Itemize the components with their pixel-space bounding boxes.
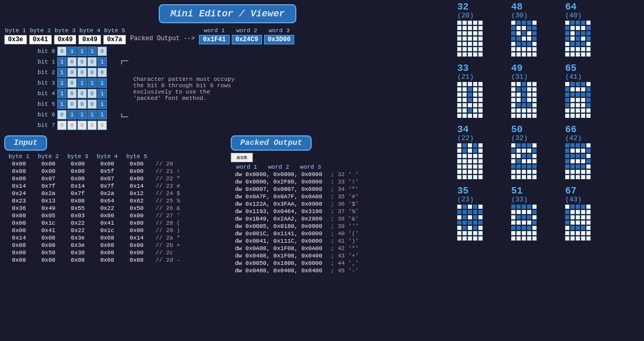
pixel-cell xyxy=(516,205,521,209)
table-cell: 0x00 xyxy=(93,249,122,256)
bit-cell[interactable]: 1 xyxy=(67,47,77,56)
pixel-cell xyxy=(570,164,575,169)
bit-cell[interactable]: 0 xyxy=(97,47,107,56)
pixel-cell xyxy=(468,220,472,225)
bit-row-label: bit 4 xyxy=(36,90,55,97)
pixel-cell xyxy=(532,21,537,25)
bit-cell[interactable]: 1 xyxy=(57,89,67,98)
table-cell: 0x08 xyxy=(63,197,93,205)
table-cell: // 21 ! xyxy=(151,168,184,175)
pixel-cell xyxy=(457,31,461,35)
bit-cell[interactable]: 1 xyxy=(97,78,107,88)
pixel-cell xyxy=(522,210,526,214)
bit-cell[interactable]: 0 xyxy=(87,99,97,109)
annotation-text: Character pattern must occupy the bit 0 … xyxy=(133,76,239,102)
bit-cell[interactable]: 1 xyxy=(77,78,87,88)
pixel-cell xyxy=(468,210,472,214)
bit-cell[interactable]: 1 xyxy=(57,99,67,109)
bit-cell[interactable]: 0 xyxy=(97,121,107,130)
pixel-cell xyxy=(586,236,591,241)
pixel-cell xyxy=(586,205,591,209)
bit-cell[interactable]: 1 xyxy=(67,110,77,119)
bit-cell[interactable]: 1 xyxy=(97,110,107,119)
pixel-cell xyxy=(511,164,515,169)
bit-cell[interactable]: 0 xyxy=(77,68,87,77)
pixel-cell xyxy=(527,42,531,46)
table-row: 0x000x000x000x000x00// 20 xyxy=(4,160,184,168)
pixel-cell xyxy=(473,93,477,97)
char-pixel-grid xyxy=(511,143,537,180)
bit-cell[interactable]: 0 xyxy=(87,121,97,130)
pixel-cell xyxy=(522,170,526,174)
bit-cell[interactable]: 0 xyxy=(57,121,67,130)
bit-cell[interactable]: 1 xyxy=(97,57,107,67)
pixel-cell xyxy=(565,42,569,46)
bit-cell[interactable]: 0 xyxy=(77,57,87,67)
bit-cell[interactable]: 0 xyxy=(67,121,77,130)
bit-cell[interactable]: 0 xyxy=(67,89,77,98)
bit-cell[interactable]: 1 xyxy=(87,78,97,88)
table-cell: 0x55 xyxy=(63,205,93,212)
bit-cell[interactable]: 1 xyxy=(57,78,67,88)
bit-cell[interactable]: 0 xyxy=(97,68,107,77)
pixel-cell xyxy=(565,21,569,25)
bit-cell[interactable]: 0 xyxy=(87,89,97,98)
pixel-cell xyxy=(522,175,526,179)
bit-cell[interactable]: 1 xyxy=(87,47,97,56)
bit-cell[interactable]: 0 xyxy=(87,57,97,67)
input-label: Input xyxy=(4,135,47,151)
pixel-cell xyxy=(570,103,575,107)
bit-cell[interactable]: 0 xyxy=(87,68,97,77)
byte-value: 0x41 xyxy=(29,35,52,44)
bit-cell[interactable]: 1 xyxy=(97,99,107,109)
pixel-cell xyxy=(457,215,461,219)
bit-cell[interactable]: 1 xyxy=(77,110,87,119)
pixel-cell xyxy=(570,205,575,209)
bit-cell[interactable]: 0 xyxy=(67,78,77,88)
table-cell: // 23 # xyxy=(151,182,184,190)
bit-cell[interactable]: 1 xyxy=(87,110,97,119)
pixel-cell xyxy=(586,175,591,179)
table-cell: 0x00 xyxy=(122,212,151,219)
bit-cell[interactable]: 0 xyxy=(57,110,67,119)
pixel-cell xyxy=(586,164,591,169)
char-number: 64 xyxy=(565,2,577,12)
asm-comment-cell: ; 37 '%' xyxy=(326,208,363,215)
bit-cell[interactable]: 0 xyxy=(67,68,77,77)
table-cell: 0x41 xyxy=(34,227,64,234)
pixel-cell xyxy=(570,52,575,57)
bit-cell[interactable]: 1 xyxy=(77,47,87,56)
pixel-cell xyxy=(511,93,515,97)
pixel-cell xyxy=(462,215,467,219)
bit-cell[interactable]: 0 xyxy=(67,99,77,109)
word-value: 0x24C9 xyxy=(232,35,262,44)
asm-comment-cell: ; 44 ',' xyxy=(326,260,363,267)
pixel-cell xyxy=(576,210,580,214)
bit-cell[interactable]: 0 xyxy=(77,89,87,98)
pixel-cell xyxy=(522,236,526,241)
table-cell: 0x00 xyxy=(93,160,122,168)
bit-cell[interactable]: 0 xyxy=(67,57,77,67)
tab-asm[interactable]: asm xyxy=(231,153,253,162)
bit-cell[interactable]: 0 xyxy=(77,99,87,109)
pixel-cell xyxy=(576,205,580,209)
pixel-cell xyxy=(468,108,472,113)
bit-row-6: bit 601111 xyxy=(36,110,107,119)
pixel-cell xyxy=(581,87,585,91)
pixel-cell xyxy=(565,215,569,219)
pixel-cell xyxy=(473,205,477,209)
bit-cell[interactable]: 1 xyxy=(97,89,107,98)
pixel-cell xyxy=(576,31,580,35)
pixel-cell xyxy=(478,87,483,91)
bit-cell[interactable]: 1 xyxy=(57,57,67,67)
bit-cell[interactable]: 0 xyxy=(77,121,87,130)
asm-code-cell: dw 0x0408, 0x0408, 0x0400 xyxy=(231,267,326,274)
pixel-cell xyxy=(478,226,483,230)
char-number-sub: (42) xyxy=(565,134,582,142)
bit-cell[interactable]: 0 xyxy=(57,47,67,56)
char-number-sub: (20) xyxy=(457,12,474,20)
pixel-cell xyxy=(462,42,467,46)
pixel-cell xyxy=(468,87,472,91)
bit-cell[interactable]: 1 xyxy=(57,68,67,77)
pixel-cell xyxy=(457,21,461,25)
